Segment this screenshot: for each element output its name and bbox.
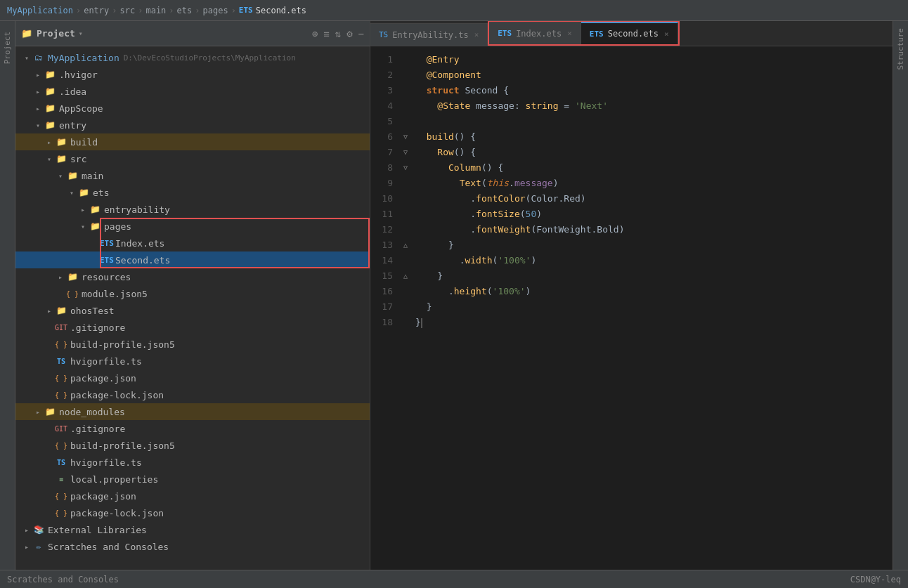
tree-ets[interactable]: 📁 ets [15, 184, 370, 201]
hvigor-label: .hvigor [59, 70, 98, 80]
left-sidebar-strip: Project [0, 21, 15, 570]
code-line-9: Text(this.message) [415, 176, 893, 191]
breadcrumb-second-ets[interactable]: Second.ets [256, 6, 306, 15]
gutter-11 [398, 207, 413, 222]
tree-package-lock2[interactable]: { } package-lock.json [15, 504, 370, 521]
breadcrumb-sep-4: › [169, 6, 174, 15]
breadcrumb-pages[interactable]: pages [203, 6, 228, 15]
tab-entry-ability-close[interactable]: × [474, 30, 479, 39]
tree-pages[interactable]: 📁 pages [15, 218, 370, 235]
tree-package-json[interactable]: { } package.json [15, 370, 370, 386]
tree-build-profile[interactable]: { } build-profile.json5 [15, 336, 370, 353]
code-editor[interactable]: 1 2 3 4 5 6 7 8 9 10 11 12 13 14 15 16 1… [370, 46, 893, 570]
tree-hvigor[interactable]: 📁 .hvigor [15, 66, 370, 83]
close-panel-icon[interactable]: − [358, 28, 364, 39]
code-line-13: } [415, 237, 893, 253]
entryability-label: entryability [104, 204, 170, 215]
root-folder-icon: 🗂 [32, 53, 45, 63]
entry-icon: 📁 [44, 120, 56, 130]
gitignore-label: .gitignore [70, 322, 125, 333]
code-line-15: } [415, 268, 893, 284]
build-profile-label: build-profile.json5 [70, 339, 175, 350]
tree-scratches[interactable]: ✏ Scratches and Consoles [15, 538, 370, 555]
hvigorfile2-icon: TS [55, 459, 67, 466]
tab-entry-ability[interactable]: TS EntryAbility.ts × [370, 23, 488, 46]
gutter-4 [398, 98, 413, 114]
entryability-icon: 📁 [89, 204, 101, 214]
scratches-bottom-label: Scratches and Consoles [7, 575, 119, 584]
tab-index-ets-close[interactable]: × [567, 29, 572, 38]
code-line-5 [415, 114, 893, 129]
gitignore2-icon: GIT [55, 425, 67, 433]
tree-build-profile2[interactable]: { } build-profile.json5 [15, 437, 370, 454]
tree-main[interactable]: 📁 main [15, 167, 370, 184]
gutter-5 [398, 114, 413, 129]
src-label: src [70, 154, 86, 164]
breadcrumb-sep-2: › [112, 6, 117, 15]
tab-index-ets[interactable]: ETS Index.ets × [489, 22, 581, 44]
breadcrumb-main[interactable]: main [145, 6, 166, 15]
tree-build[interactable]: 📁 build [15, 133, 370, 150]
scratches-icon: ✏ [32, 542, 45, 551]
gutter: ▽ ▽ ▽ △ △ [398, 46, 413, 570]
gutter-7[interactable]: ▽ [398, 145, 413, 160]
breadcrumb-myapplication[interactable]: MyApplication [7, 6, 73, 15]
gutter-6[interactable]: ▽ [398, 129, 413, 145]
panel-dropdown-arrow[interactable]: ▾ [79, 30, 83, 37]
code-content[interactable]: @Entry @Component struct Second { @State… [413, 46, 893, 570]
tree-module-json5[interactable]: { } module.json5 [15, 285, 370, 302]
breadcrumb-file-icon: ETS [239, 6, 253, 15]
tree-entryability[interactable]: 📁 entryability [15, 201, 370, 218]
code-line-14: .width('100%') [415, 253, 893, 268]
bottom-bar: Scratches and Consoles CSDN@Y-leq [0, 570, 908, 588]
locate-icon[interactable]: ⊕ [312, 28, 318, 39]
tree-local-properties[interactable]: ≡ local.properties [15, 471, 370, 488]
code-line-1: @Entry [415, 52, 893, 67]
tree-node-modules[interactable]: 📁 node_modules [15, 403, 370, 420]
resources-icon: 📁 [66, 272, 79, 282]
tree-src[interactable]: 📁 src [15, 150, 370, 167]
tree-root[interactable]: 🗂 MyApplication D:\DevEcoStudioProjects\… [15, 49, 370, 66]
bottom-left: Scratches and Consoles [7, 575, 119, 584]
gutter-13[interactable]: △ [398, 237, 413, 253]
gutter-8[interactable]: ▽ [398, 160, 413, 176]
code-line-4: @State message: string = 'Next' [415, 98, 893, 114]
code-line-12: .fontWeight(FontWeight.Bold) [415, 222, 893, 237]
scratches-label: Scratches and Consoles [48, 542, 169, 552]
gutter-15[interactable]: △ [398, 268, 413, 284]
entry-arrow [32, 122, 44, 129]
tree-resources[interactable]: 📁 resources [15, 268, 370, 285]
breadcrumb-entry[interactable]: entry [84, 6, 109, 15]
tree-appscope[interactable]: 📁 AppScope [15, 100, 370, 117]
breadcrumb-src[interactable]: src [120, 6, 136, 15]
tree-gitignore[interactable]: GIT .gitignore [15, 319, 370, 336]
package-lock-icon: { } [55, 391, 67, 399]
tree-gitignore2[interactable]: GIT .gitignore [15, 420, 370, 437]
tree-second-ets[interactable]: ETS Second.ets [15, 251, 370, 268]
collapse-icon[interactable]: ≡ [323, 28, 329, 39]
tab-second-ets-label: Second.ets [608, 29, 659, 39]
appscope-arrow [32, 105, 44, 112]
tree-hvigorfile[interactable]: TS hvigorfile.ts [15, 353, 370, 370]
tree-ohostest[interactable]: 📁 ohosTest [15, 302, 370, 319]
external-libraries-arrow [21, 526, 32, 534]
expand-icon[interactable]: ⇅ [335, 28, 341, 39]
tree-package-lock[interactable]: { } package-lock.json [15, 386, 370, 403]
tree-index-ets[interactable]: ETS Index.ets [15, 235, 370, 251]
tree-idea[interactable]: 📁 .idea [15, 83, 370, 100]
tab-second-ets[interactable]: ETS Second.ets × [581, 22, 678, 44]
tree-entry[interactable]: 📁 entry [15, 117, 370, 133]
scratches-arrow [21, 543, 32, 551]
tab-second-ets-close[interactable]: × [664, 30, 669, 39]
root-path: D:\DevEcoStudioProjects\MyApplication [124, 53, 296, 63]
tree-external-libraries[interactable]: 📚 External Libraries [15, 521, 370, 538]
tree-package-json2[interactable]: { } package.json [15, 488, 370, 504]
idea-icon: 📁 [44, 86, 56, 96]
tree-hvigorfile2[interactable]: TS hvigorfile.ts [15, 454, 370, 471]
gutter-2 [398, 67, 413, 83]
panel-icons: ⊕ ≡ ⇅ ⚙ − [312, 28, 364, 39]
panel-title[interactable]: Project ▾ [37, 28, 83, 39]
settings-icon[interactable]: ⚙ [346, 28, 352, 39]
breadcrumb-ets[interactable]: ets [177, 6, 193, 15]
ets-arrow [66, 189, 77, 197]
